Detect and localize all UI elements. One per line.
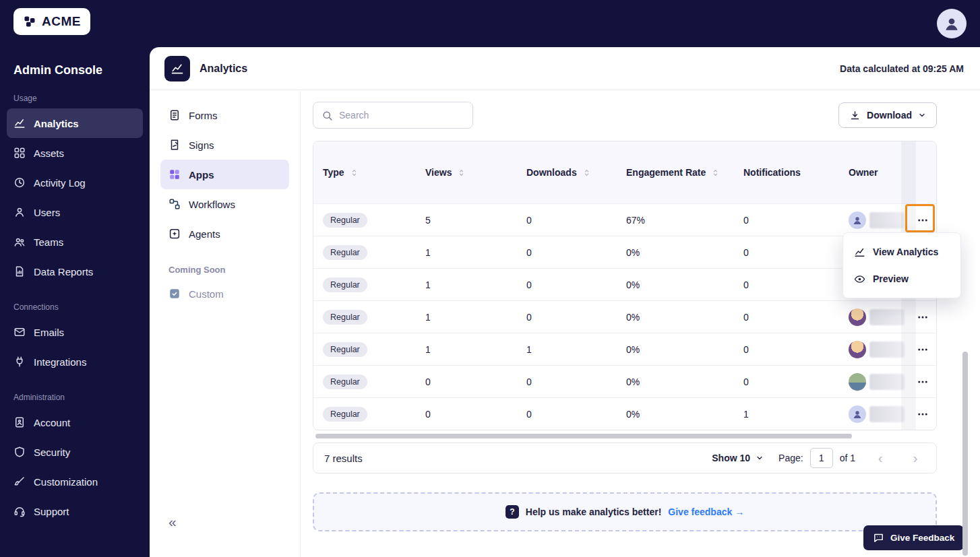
menu-item-view-analytics[interactable]: View Analytics [843, 238, 960, 265]
owner-avatar [849, 373, 866, 391]
page-label: Page: [778, 453, 803, 463]
sidebar-item-label: Account [34, 417, 70, 428]
subnav-item-workflows[interactable]: Workflows [160, 189, 289, 219]
coming-soon-label: Coming Soon [169, 265, 300, 275]
ellipsis-icon [917, 376, 929, 388]
signs-icon [169, 139, 181, 151]
download-button[interactable]: Download [838, 102, 937, 128]
downloads-cell: 1 [517, 344, 617, 355]
sort-icon [350, 168, 359, 177]
table-row: Regular 0 0 0% 1 [313, 397, 936, 430]
sidebar-item-users[interactable]: Users [7, 197, 143, 227]
account-icon [13, 416, 26, 428]
content: Download Type Views Downloads [301, 91, 980, 557]
row-actions-button[interactable] [911, 210, 935, 230]
subnav-item-signs[interactable]: Signs [160, 130, 289, 160]
sidebar-item-activity-log[interactable]: Activity Log [7, 168, 143, 197]
horizontal-scrollbar-thumb[interactable] [315, 434, 852, 438]
sidebar-item-integrations[interactable]: Integrations [7, 347, 143, 376]
sidebar-title: Admin Console [13, 63, 150, 77]
subnav-item-apps[interactable]: Apps [160, 160, 289, 189]
feedback-banner: ? Help us make analytics better! Give fe… [313, 492, 937, 531]
row-actions-button[interactable] [911, 372, 935, 392]
sidebar-item-label: Customization [34, 476, 98, 488]
results-count: 7 results [324, 453, 363, 464]
page-of-label: of 1 [840, 453, 855, 463]
brand-name: ACME [42, 14, 81, 29]
owner-avatar [849, 211, 866, 229]
data-reports-icon [13, 265, 26, 277]
type-badge: Regular [323, 342, 367, 357]
engagement-cell: 0% [617, 312, 734, 323]
downloads-cell: 0 [517, 247, 617, 258]
notifications-cell: 0 [734, 344, 839, 355]
menu-item-preview[interactable]: Preview [843, 265, 960, 292]
engagement-cell: 0% [617, 344, 734, 355]
search-input[interactable] [339, 110, 464, 121]
analytics-icon [13, 117, 26, 129]
notifications-cell: 0 [734, 312, 839, 323]
security-icon [13, 446, 26, 458]
sidebar-item-analytics[interactable]: Analytics [7, 108, 143, 138]
sidebar-item-security[interactable]: Security [7, 437, 143, 467]
sidebar-item-assets[interactable]: Assets [7, 138, 143, 168]
subnav-item-label: Custom [189, 288, 224, 300]
teams-icon [13, 236, 26, 248]
sidebar-item-account[interactable]: Account [7, 407, 143, 437]
next-page-button[interactable]: › [905, 451, 925, 466]
vertical-scrollbar[interactable] [962, 352, 968, 556]
column-header-views[interactable]: Views [416, 167, 517, 178]
page-number-input[interactable] [810, 448, 833, 468]
brand-logo[interactable]: ACME [13, 8, 90, 35]
column-header-engagement-rate[interactable]: Engagement Rate [617, 167, 734, 178]
column-header-downloads[interactable]: Downloads [517, 167, 617, 178]
user-avatar[interactable] [937, 9, 967, 38]
sidebar-item-label: Users [34, 207, 60, 218]
row-actions-button[interactable] [911, 339, 935, 360]
chart-icon [854, 247, 865, 258]
give-feedback-link[interactable]: Give feedback → [668, 506, 744, 517]
search-icon [321, 110, 333, 121]
section-label-usage: Usage [13, 94, 150, 103]
engagement-cell: 67% [617, 215, 734, 226]
row-actions-button[interactable] [911, 404, 935, 424]
support-icon [13, 505, 26, 517]
ellipsis-icon [917, 408, 929, 420]
sidebar-item-customization[interactable]: Customization [7, 467, 143, 496]
integrations-icon [13, 356, 26, 368]
views-cell: 5 [416, 215, 517, 226]
subnav-item-label: Forms [189, 110, 218, 121]
collapse-sidebar-button[interactable]: « [169, 515, 177, 529]
sidebar-item-teams[interactable]: Teams [7, 227, 143, 257]
row-actions-button[interactable] [911, 307, 935, 327]
workflows-icon [169, 198, 181, 210]
forms-icon [169, 109, 181, 121]
table-header: Type Views Downloads Engagement Rate [313, 141, 936, 203]
sidebar-item-label: Integrations [34, 356, 86, 368]
person-icon [943, 15, 960, 32]
give-feedback-button[interactable]: Give Feedback [863, 525, 964, 550]
engagement-cell: 0% [617, 409, 734, 420]
column-header-type[interactable]: Type [313, 167, 416, 178]
views-cell: 0 [416, 409, 517, 420]
sidebar-item-data-reports[interactable]: Data Reports [7, 257, 143, 286]
owner-avatar [849, 308, 866, 326]
subnav-item-forms[interactable]: Forms [160, 100, 289, 130]
subnav-item-custom: Custom [160, 279, 289, 308]
help-bubble-icon: ? [506, 505, 519, 519]
subnav-item-agents[interactable]: Agents [160, 219, 289, 249]
views-cell: 1 [416, 344, 517, 355]
sidebar-item-emails[interactable]: Emails [7, 317, 143, 347]
type-badge: Regular [323, 310, 367, 325]
table-row: Regular 1 1 0% 0 [313, 333, 936, 365]
brand-blocks-icon [23, 15, 36, 28]
sidebar-item-support[interactable]: Support [7, 496, 143, 526]
ellipsis-icon [917, 311, 929, 323]
sidebar-item-label: Support [34, 506, 69, 517]
type-badge: Regular [323, 213, 367, 228]
banner-message: Help us make analytics better! [526, 506, 662, 517]
table-row: Regular 5 0 67% 0 [313, 203, 936, 236]
previous-page-button[interactable]: ‹ [870, 451, 890, 466]
page-title: Analytics [200, 63, 247, 75]
show-per-page-select[interactable]: Show 10 [712, 453, 764, 463]
